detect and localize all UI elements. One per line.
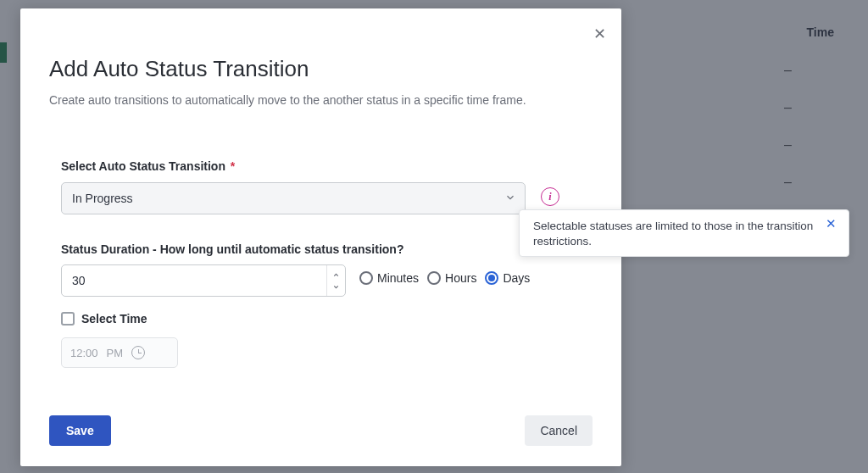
status-transition-select[interactable]: In Progress bbox=[61, 182, 526, 214]
time-picker[interactable]: 12:00 PM bbox=[61, 337, 178, 368]
save-button[interactable]: Save bbox=[49, 415, 111, 446]
radio-icon bbox=[427, 271, 441, 285]
radio-days[interactable]: Days bbox=[485, 271, 530, 285]
select-value: In Progress bbox=[72, 192, 133, 205]
radio-minutes[interactable]: Minutes bbox=[359, 271, 419, 285]
close-modal-button[interactable]: ✕ bbox=[589, 24, 609, 44]
close-icon: ✕ bbox=[826, 216, 837, 231]
modal-subtitle: Create auto transitions to automatically… bbox=[49, 93, 526, 107]
radio-hours[interactable]: Hours bbox=[427, 271, 476, 285]
clock-icon bbox=[131, 346, 145, 359]
radio-icon bbox=[359, 271, 373, 285]
chevron-down-icon bbox=[504, 192, 516, 206]
select-time-row: Select Time bbox=[61, 312, 147, 326]
duration-input-wrap bbox=[61, 264, 346, 297]
quantity-stepper[interactable] bbox=[326, 265, 345, 296]
modal-title: Add Auto Status Transition bbox=[49, 56, 309, 82]
tooltip-close-button[interactable]: ✕ bbox=[821, 215, 842, 232]
close-icon: ✕ bbox=[593, 25, 606, 43]
select-time-label: Select Time bbox=[81, 312, 147, 326]
stepper-up-icon[interactable] bbox=[327, 269, 345, 281]
radio-label: Minutes bbox=[377, 271, 419, 285]
tooltip-text: Selectable statuses are limited to those… bbox=[533, 220, 813, 248]
select-time-checkbox[interactable] bbox=[61, 312, 75, 326]
cancel-button[interactable]: Cancel bbox=[525, 415, 593, 446]
duration-input[interactable] bbox=[62, 274, 326, 287]
duration-unit-radios: Minutes Hours Days bbox=[359, 271, 530, 285]
required-asterisk: * bbox=[231, 159, 235, 173]
time-value: 12:00 bbox=[70, 347, 98, 359]
info-tooltip: ✕ Selectable statuses are limited to tho… bbox=[519, 209, 849, 257]
select-transition-label: Select Auto Status Transition * bbox=[61, 159, 235, 173]
radio-label: Hours bbox=[445, 271, 476, 285]
info-icon[interactable]: i bbox=[541, 187, 559, 206]
duration-label: Status Duration - How long until automat… bbox=[61, 242, 403, 256]
stepper-down-icon[interactable] bbox=[327, 281, 345, 292]
radio-label: Days bbox=[503, 271, 530, 285]
radio-icon-selected bbox=[485, 271, 498, 285]
time-meridiem: PM bbox=[107, 347, 124, 359]
